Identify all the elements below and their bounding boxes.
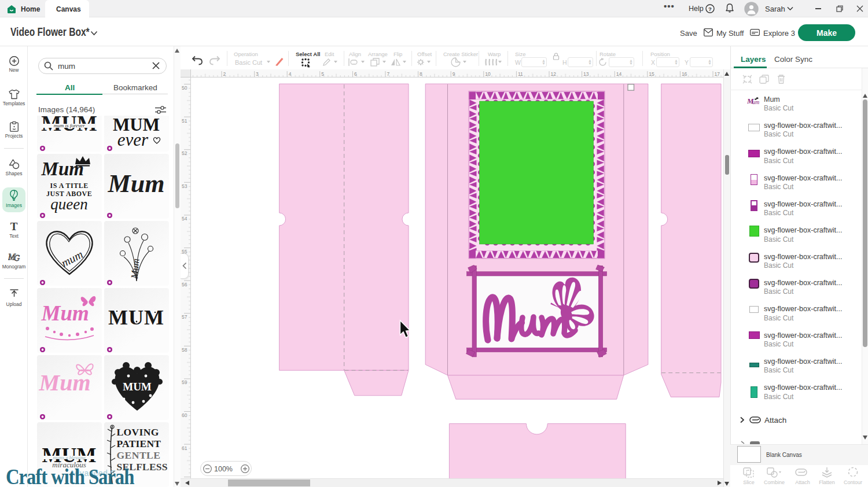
svg-text:10: 10 [485,71,491,77]
svg-text:9: 9 [453,71,455,77]
svg-text:61: 61 [182,445,187,451]
svg-text:57: 57 [182,314,187,320]
svg-text:11: 11 [518,71,523,77]
svg-text:2: 2 [223,71,226,77]
svg-text:50: 50 [182,85,187,91]
svg-text:59: 59 [182,379,187,385]
svg-text:3: 3 [256,71,259,77]
svg-text:13: 13 [583,71,589,77]
svg-text:?: ? [708,6,712,12]
svg-text:12: 12 [551,71,557,77]
svg-text:15: 15 [649,71,654,77]
svg-text:Mum: Mum [128,258,141,279]
svg-text:60: 60 [182,412,187,418]
svg-text:MUM: MUM [123,381,152,393]
svg-text:7: 7 [387,71,390,77]
svg-text:16: 16 [682,71,687,77]
svg-text:um: um [752,99,759,105]
svg-text:mum: mum [59,248,85,270]
svg-text:G: G [14,254,20,263]
svg-text:54: 54 [182,216,187,222]
svg-text:6: 6 [354,71,357,77]
svg-text:58: 58 [182,347,187,353]
svg-text:52: 52 [182,150,187,156]
svg-text:17: 17 [715,71,720,77]
svg-text:51: 51 [182,118,187,124]
svg-text:56: 56 [182,282,187,287]
svg-text:4: 4 [289,71,292,77]
svg-text:8: 8 [420,71,422,77]
svg-text:14: 14 [616,71,622,77]
svg-text:5: 5 [321,71,324,77]
svg-text:53: 53 [182,183,187,189]
